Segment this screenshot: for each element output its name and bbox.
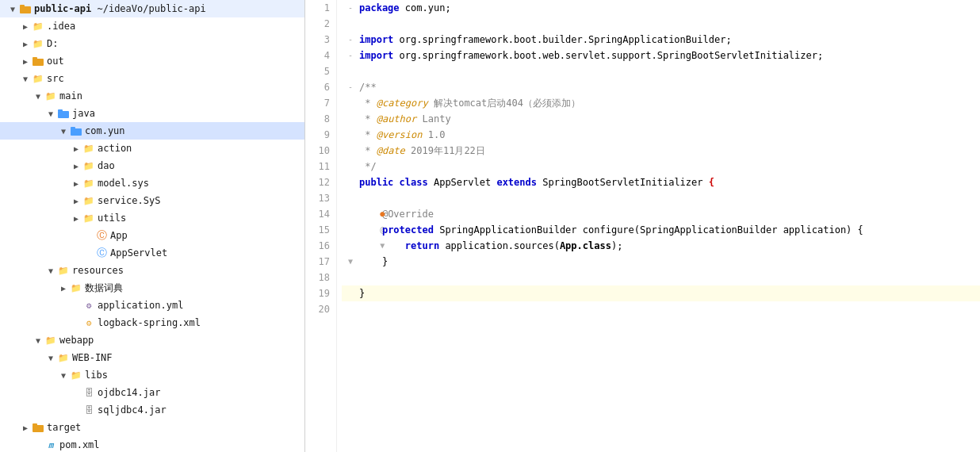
- code-line-9: * @version 1.0: [342, 127, 980, 143]
- tree-com-yun[interactable]: ▼ com.yun: [0, 122, 304, 140]
- tree-application-yml[interactable]: ▶ ⚙ application.yml: [0, 297, 304, 314]
- line-numbers: 1 2 3 4 5 6 7 8 9 10 11 12 13 14 15 16 1…: [305, 0, 337, 452]
- code-text[interactable]: - package com.yun; - import org.springfr…: [337, 0, 980, 452]
- tree-action[interactable]: ▶ 📁 action: [0, 140, 304, 157]
- main-label: main: [59, 90, 82, 102]
- fold-gutter-6: -: [342, 79, 359, 95]
- kw-package: package: [359, 0, 400, 16]
- kw-class-12: class: [400, 174, 428, 190]
- ojdbc-label: ojdbc14.jar: [98, 387, 160, 398]
- tree-resources[interactable]: ▼ 📁 resources: [0, 262, 304, 279]
- out-label: out: [47, 56, 64, 67]
- service-sys-arrow: ▶: [70, 197, 82, 205]
- tree-sqljdbc[interactable]: ▶ 🗄 sqljdbc4.jar: [0, 401, 304, 419]
- code-line-17: ▼ }: [342, 254, 980, 270]
- line-num-16: 16: [312, 238, 330, 254]
- model-sys-folder-icon: 📁: [82, 177, 95, 190]
- sqljdbc-label: sqljdbc4.jar: [98, 404, 167, 416]
- src-label: src: [47, 73, 64, 84]
- action-folder-icon: 📁: [82, 142, 95, 155]
- tree-target[interactable]: ▶ target: [0, 419, 304, 436]
- ojdbc-file-icon: 🗄: [82, 386, 95, 399]
- kw-import-3: import: [359, 32, 393, 48]
- action-arrow: ▶: [70, 144, 82, 153]
- java-arrow: ▼: [44, 109, 57, 118]
- file-tree[interactable]: ▼ public-api ~/ideaVo/public-api ▶ 📁 .id…: [0, 0, 305, 452]
- tree-idea[interactable]: ▶ 📁 .idea: [0, 17, 304, 35]
- tree-d[interactable]: ▶ 📁 D:: [0, 35, 304, 52]
- comment-11: */: [359, 159, 377, 174]
- tree-app[interactable]: ▶ Ⓒ App: [0, 227, 304, 244]
- line-num-2: 2: [312, 16, 330, 32]
- kw-extends-12: extends: [496, 174, 537, 190]
- line-num-1: 1: [312, 0, 330, 16]
- code-line-15: ● @ ▼ protected SpringApplicationBuilder…: [342, 222, 980, 238]
- idea-arrow: ▶: [19, 22, 32, 31]
- tree-appservlet[interactable]: ▶ Ⓒ AppServlet: [0, 244, 304, 262]
- code-line-18: [342, 270, 980, 285]
- com-yun-label: com.yun: [85, 125, 125, 136]
- utils-arrow: ▶: [70, 214, 82, 223]
- breakpoint-icon[interactable]: ●: [380, 209, 385, 218]
- svg-rect-1: [20, 5, 25, 7]
- out-arrow: ▶: [19, 57, 32, 66]
- d-label: D:: [47, 38, 58, 49]
- tree-libs[interactable]: ▼ 📁 libs: [0, 366, 304, 384]
- svg-rect-0: [20, 6, 31, 13]
- tree-ojdbc[interactable]: ▶ 🗄 ojdbc14.jar: [0, 384, 304, 401]
- svg-rect-3: [33, 57, 37, 59]
- tree-main[interactable]: ▼ 📁 main: [0, 87, 304, 105]
- d-arrow: ▶: [19, 40, 32, 48]
- tree-src[interactable]: ▼ 📁 src: [0, 70, 304, 87]
- tree-root[interactable]: ▼ public-api ~/ideaVo/public-api: [0, 0, 304, 17]
- code-gutter: 1 2 3 4 5 6 7 8 9 10 11 12 13 14 15 16 1…: [305, 0, 337, 452]
- libs-label: libs: [85, 370, 108, 381]
- tree-pom-xml[interactable]: ▶ m pom.xml: [0, 436, 304, 452]
- tree-service-sys[interactable]: ▶ 📁 service.SyS: [0, 192, 304, 209]
- webapp-label: webapp: [59, 335, 94, 346]
- line-num-15: 15: [312, 222, 330, 238]
- tree-dao[interactable]: ▶ 📁 dao: [0, 157, 304, 174]
- com-yun-arrow: ▼: [57, 127, 70, 136]
- web-inf-label: WEB-INF: [72, 352, 113, 363]
- line-num-18: 18: [312, 270, 330, 285]
- tree-model-sys[interactable]: ▶ 📁 model.sys: [0, 174, 304, 192]
- code-line-13: [342, 190, 980, 206]
- svg-rect-8: [33, 425, 44, 432]
- fold-gutter-3: -: [342, 32, 359, 48]
- idea-label: .idea: [47, 21, 75, 32]
- code-line-12: public class AppServlet extends SpringBo…: [342, 174, 980, 190]
- src-arrow: ▼: [19, 75, 32, 83]
- utils-label: utils: [98, 213, 126, 224]
- logback-label: logback-spring.xml: [98, 317, 201, 328]
- resources-folder-icon: 📁: [57, 264, 70, 277]
- app-file-icon: Ⓒ: [95, 229, 108, 242]
- d-folder-icon: 📁: [32, 37, 44, 50]
- override-14: @Override: [382, 206, 434, 222]
- tree-web-inf[interactable]: ▼ 📁 WEB-INF: [0, 349, 304, 366]
- comment-9: *: [359, 127, 377, 143]
- line-num-5: 5: [312, 63, 330, 79]
- main-arrow: ▼: [32, 92, 44, 101]
- tree-logback-xml[interactable]: ▶ ⚙ logback-spring.xml: [0, 314, 304, 331]
- tree-java[interactable]: ▼ java: [0, 105, 304, 122]
- code-line-6: - /**: [342, 79, 980, 95]
- line-num-8: 8: [312, 111, 330, 127]
- tree-utils[interactable]: ▶ 📁 utils: [0, 209, 304, 227]
- line-num-9: 9: [312, 127, 330, 143]
- out-folder-icon: [32, 55, 44, 67]
- line-num-7: 7: [312, 95, 330, 111]
- tree-out[interactable]: ▶ out: [0, 52, 304, 70]
- tree-webapp[interactable]: ▼ 📁 webapp: [0, 331, 304, 349]
- data-dict-folder-icon: 📁: [70, 282, 82, 294]
- tree-data-dict[interactable]: ▶ 📁 数据词典: [0, 279, 304, 297]
- brace-12: {: [709, 174, 714, 190]
- app-label: App: [110, 230, 128, 241]
- root-folder-icon: [19, 2, 32, 15]
- line-num-17: 17: [312, 254, 330, 270]
- line-num-20: 20: [312, 301, 330, 317]
- model-sys-label: model.sys: [98, 178, 149, 189]
- dao-arrow: ▶: [70, 162, 82, 170]
- model-sys-arrow: ▶: [70, 179, 82, 188]
- line-num-11: 11: [312, 159, 330, 174]
